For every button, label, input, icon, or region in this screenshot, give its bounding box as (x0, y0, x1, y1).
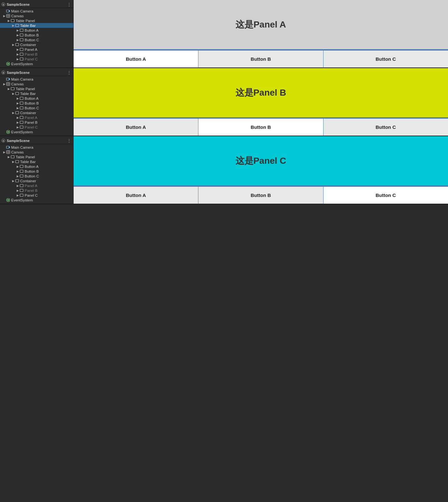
svg-rect-33 (20, 126, 23, 129)
tree-arrow: ▶ (16, 38, 19, 42)
tree-item[interactable]: ▶ Panel C (0, 57, 73, 61)
tree-item[interactable]: ▶ Button C (0, 106, 73, 110)
tree-item-label: Button B (25, 33, 39, 37)
tree-item[interactable]: ▶ Table Panel (0, 18, 73, 23)
tree-item[interactable]: ▶ Table Bar (0, 159, 73, 164)
svg-rect-20 (6, 78, 9, 80)
panel-icon (15, 91, 19, 96)
tree-arrow (3, 62, 6, 66)
scene-menu-icon[interactable]: ⋮ (67, 138, 71, 143)
preview-area: 这是Panel B Button AButton BButton C (74, 68, 448, 136)
tree-arrow: ▶ (16, 116, 19, 119)
tree-item[interactable]: ▶ Panel B (0, 120, 73, 125)
tree-item-label: EventSystem (11, 130, 33, 134)
svg-rect-28 (20, 102, 23, 105)
camera-icon (6, 77, 10, 81)
tree-item[interactable]: ▶ Panel A (0, 115, 73, 120)
button-icon (20, 38, 24, 42)
tree-item-label: Canvas (11, 14, 24, 18)
tab-button-2[interactable]: Button C (324, 51, 448, 67)
tree-arrow: ▶ (3, 82, 6, 86)
tree-item[interactable]: ▶ Canvas (0, 82, 73, 86)
tab-button-1[interactable]: Button B (198, 187, 323, 204)
container-icon (15, 179, 19, 183)
tree-item[interactable]: ▶ Container (0, 42, 73, 47)
tree-item-label: Panel B (25, 189, 37, 192)
tree-item[interactable]: Main Camera (0, 145, 73, 150)
tree-item[interactable]: ▶ Panel A (0, 183, 73, 188)
tree-item[interactable]: ▶ Button A (0, 28, 73, 33)
tree-item[interactable]: ▶ Panel A (0, 47, 73, 52)
tree-item-label: Panel A (25, 48, 37, 51)
tree-item[interactable]: ▶ Button B (0, 169, 73, 174)
panel-label: 这是Panel C (236, 155, 286, 167)
tree-arrow: ▶ (12, 111, 15, 114)
tree-item-label: Button C (25, 38, 39, 42)
tree-arrow: ▶ (16, 106, 19, 110)
tree-arrow (3, 146, 6, 149)
tree-item[interactable]: ▶ Table Panel (0, 86, 73, 91)
tree-arrow: ▶ (12, 179, 15, 183)
tree-item[interactable]: ▶ Container (0, 178, 73, 183)
tree-item[interactable]: ▶ Button B (0, 101, 73, 106)
canvas-icon (6, 14, 10, 18)
tree-item[interactable]: ▶ Panel C (0, 125, 73, 129)
preview-area: 这是Panel A Button AButton BButton C (74, 0, 448, 67)
tree-item[interactable]: Main Camera (0, 77, 73, 82)
tree-item[interactable]: EventSystem (0, 61, 73, 66)
tree-item[interactable]: ▶ Panel B (0, 52, 73, 57)
svg-text:S: S (3, 3, 4, 5)
tree-item-label: Table Panel (16, 87, 35, 91)
svg-rect-44 (16, 161, 19, 163)
tree-item[interactable]: ▶ Button B (0, 33, 73, 37)
tab-button-0[interactable]: Button A (74, 187, 198, 204)
panel-icon (20, 120, 24, 124)
scene-menu-icon[interactable]: ⋮ (67, 2, 71, 7)
tree-arrow: ▶ (16, 126, 19, 129)
svg-rect-27 (20, 97, 23, 100)
tree-item[interactable]: ▶ Container (0, 110, 73, 115)
tree-item[interactable]: ▶ Table Bar (0, 23, 73, 28)
tree-item-label: Button A (25, 97, 38, 100)
panel-label: 这是Panel A (236, 19, 286, 31)
canvas-icon (6, 150, 10, 154)
section-section-c: S SampleScene ⋮ Main Camera ▶ Canvas ▶ T… (0, 136, 448, 204)
svg-rect-31 (20, 116, 23, 119)
tree-arrow: ▶ (12, 24, 15, 27)
panel-icon (15, 160, 19, 164)
svg-rect-9 (20, 29, 23, 32)
container-icon (15, 43, 19, 47)
button-icon (20, 33, 24, 37)
tree-arrow: ▶ (7, 19, 10, 22)
tree-item-label: Panel C (25, 57, 38, 61)
tree-item[interactable]: ▶ Button C (0, 37, 73, 42)
tree-item[interactable]: ▶ Panel C (0, 193, 73, 198)
svg-text:S: S (3, 139, 4, 142)
tab-button-0[interactable]: Button A (74, 119, 198, 136)
tab-button-2[interactable]: Button C (324, 187, 448, 204)
tree-item[interactable]: ▶ Button C (0, 174, 73, 178)
event-icon (6, 130, 10, 134)
panel-icon (20, 188, 24, 192)
tree-item[interactable]: ▶ Button A (0, 164, 73, 169)
sidebar-header: S SampleScene ⋮ (0, 137, 73, 144)
tree-item[interactable]: Main Camera (0, 9, 73, 13)
camera-icon (6, 145, 10, 149)
tree-item[interactable]: ▶ Panel B (0, 188, 73, 193)
tree-arrow (3, 130, 6, 134)
button-icon (20, 28, 24, 32)
tree-item[interactable]: ▶ Canvas (0, 150, 73, 154)
scene-menu-icon[interactable]: ⋮ (67, 70, 71, 75)
tab-button-2[interactable]: Button C (324, 119, 448, 136)
tree-item[interactable]: ▶ Table Panel (0, 154, 73, 159)
tab-button-1[interactable]: Button B (198, 51, 323, 67)
tab-button-0[interactable]: Button A (74, 51, 198, 67)
tree-item[interactable]: ▶ Button A (0, 96, 73, 101)
panel-icon (20, 125, 24, 129)
tree-item-label: Button B (25, 101, 39, 105)
tree-item[interactable]: EventSystem (0, 198, 73, 202)
tab-button-1[interactable]: Button B (198, 119, 323, 136)
tree-item[interactable]: ▶ Canvas (0, 13, 73, 18)
tree-item[interactable]: EventSystem (0, 129, 73, 134)
tree-item[interactable]: ▶ Table Bar (0, 91, 73, 96)
